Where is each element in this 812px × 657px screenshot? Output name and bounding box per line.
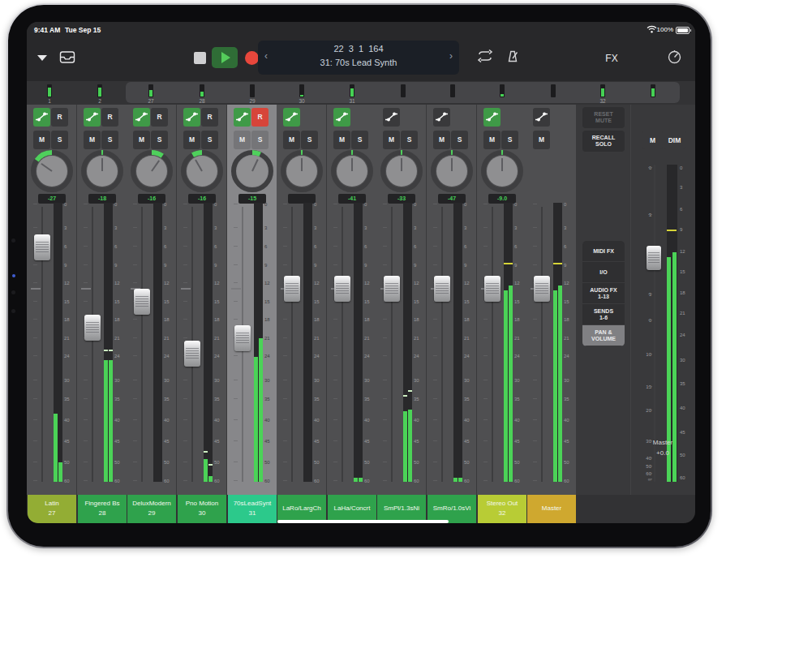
automation-button[interactable] (333, 108, 350, 127)
settings-dial-icon[interactable] (667, 49, 682, 65)
volume-fader[interactable] (284, 276, 300, 302)
pan-knob[interactable] (480, 149, 524, 193)
mute-button[interactable]: M (433, 131, 450, 149)
pan-knob[interactable] (230, 149, 274, 193)
track-label[interactable]: Pno Motion30 (178, 495, 226, 523)
pan-knob[interactable] (180, 149, 224, 193)
pan-knob[interactable] (430, 149, 474, 193)
master-mute-button[interactable]: M (642, 131, 663, 149)
record-enable-button[interactable]: R (201, 108, 218, 127)
meter-scale-label: 3 (414, 225, 425, 231)
solo-button[interactable]: S (251, 131, 269, 149)
file-tray-icon[interactable] (59, 50, 75, 64)
record-enable-button[interactable]: R (101, 108, 118, 127)
automation-button[interactable] (533, 108, 550, 127)
solo-button[interactable]: S (201, 131, 218, 149)
recall-solo-button[interactable]: RECALL SOLO (582, 131, 625, 152)
volume-fader[interactable] (334, 276, 350, 302)
meter-scale-label: 0 (214, 201, 226, 208)
track-overview-strip[interactable]: 12272829303132 (27, 81, 695, 105)
mute-button[interactable]: M (84, 131, 101, 149)
reset-mute-button[interactable]: RESET MUTE (582, 107, 625, 128)
fx-button[interactable]: FX (597, 53, 626, 64)
mute-button[interactable]: M (533, 131, 550, 149)
mute-button[interactable]: M (33, 131, 50, 149)
record-enable-button[interactable]: R (151, 108, 168, 127)
pan-knob[interactable] (330, 149, 374, 193)
pan-knob[interactable] (130, 149, 174, 193)
section-tab-i-o[interactable]: I/O (582, 262, 625, 283)
track-label[interactable]: LaHa/Concrt (328, 495, 376, 523)
volume-fader[interactable] (184, 341, 200, 367)
automation-button[interactable] (383, 108, 400, 127)
automation-button[interactable] (133, 108, 150, 127)
mute-button[interactable]: M (283, 131, 300, 149)
volume-fader[interactable] (534, 276, 550, 302)
volume-fader[interactable] (484, 276, 501, 302)
track-label[interactable]: Master (527, 495, 576, 523)
automation-button[interactable] (84, 108, 101, 127)
record-button[interactable] (245, 51, 259, 65)
record-enable-button[interactable]: R (51, 108, 68, 127)
track-label[interactable]: LaRo/LargCh (277, 495, 326, 523)
section-tab-audio-fx[interactable]: AUDIO FX1-13 (582, 283, 625, 304)
master-meter-scale-label: 45 (680, 429, 693, 436)
pan-knob[interactable] (30, 149, 74, 193)
automation-button[interactable] (283, 108, 300, 127)
automation-button[interactable] (183, 108, 200, 127)
fader-track (492, 207, 493, 482)
track-label[interactable]: Stereo Out32 (478, 495, 526, 523)
metronome-icon[interactable] (505, 49, 520, 64)
mute-button[interactable]: M (333, 131, 350, 149)
volume-fader[interactable] (134, 289, 150, 315)
section-tab-midi-fx[interactable]: MIDI FX (582, 241, 625, 262)
mute-button[interactable]: M (483, 131, 501, 149)
mute-button[interactable]: M (133, 131, 150, 149)
volume-fader[interactable] (34, 234, 50, 260)
automation-button[interactable] (483, 108, 501, 127)
track-label[interactable]: SmRo/1.0sVi (427, 495, 476, 523)
cycle-loop-icon[interactable] (476, 49, 494, 63)
automation-button[interactable] (433, 108, 450, 127)
master-dim-button[interactable]: DIM (664, 131, 685, 149)
volume-fader[interactable] (84, 315, 101, 341)
solo-button[interactable]: S (351, 131, 368, 149)
meter-scale-label: 45 (564, 438, 575, 444)
mute-button[interactable]: M (183, 131, 200, 149)
track-label[interactable]: Fingered Bs28 (78, 495, 127, 523)
solo-button[interactable]: S (451, 131, 468, 149)
track-label[interactable]: Latin27 (28, 495, 76, 523)
lcd-display[interactable]: ‹ 22 3 1 164 31: 70s Lead Synth › (258, 41, 459, 75)
meter-scale-label: 3 (464, 225, 475, 231)
mute-button[interactable]: M (234, 131, 251, 149)
pan-knob[interactable] (80, 149, 124, 193)
next-marker-chevron-icon[interactable]: › (449, 50, 453, 62)
section-tab-pan-[interactable]: PAN &VOLUME (582, 325, 625, 346)
master-volume-fader[interactable] (647, 246, 661, 270)
volume-fader[interactable] (234, 325, 251, 351)
automation-button[interactable] (33, 108, 50, 127)
volume-fader[interactable] (434, 276, 450, 302)
solo-button[interactable]: S (301, 131, 318, 149)
automation-button[interactable] (234, 108, 251, 127)
fader-zero-tick (181, 288, 191, 290)
solo-button[interactable]: S (151, 131, 168, 149)
solo-button[interactable]: S (501, 131, 518, 149)
solo-button[interactable]: S (51, 131, 68, 149)
solo-button[interactable]: S (101, 131, 118, 149)
pan-knob[interactable] (280, 149, 324, 193)
track-label[interactable]: DeluxModern29 (127, 495, 176, 523)
play-button[interactable] (212, 47, 238, 68)
volume-fader[interactable] (384, 276, 400, 302)
song-menu-chevron-icon[interactable] (37, 55, 47, 61)
track-label[interactable]: 70sLeadSynt31 (228, 495, 277, 523)
section-tab-sends[interactable]: SENDS1-6 (582, 304, 625, 325)
pan-knob[interactable] (380, 149, 423, 193)
solo-button[interactable]: S (401, 131, 418, 149)
mute-button[interactable]: M (383, 131, 400, 149)
track-label[interactable]: SmPl/1.3sNi (377, 495, 426, 523)
record-enable-button[interactable]: R (251, 108, 269, 127)
stop-button[interactable] (194, 52, 206, 64)
meter-scale-label: 3 (364, 225, 376, 231)
horizontal-scrollbar[interactable] (277, 520, 449, 523)
